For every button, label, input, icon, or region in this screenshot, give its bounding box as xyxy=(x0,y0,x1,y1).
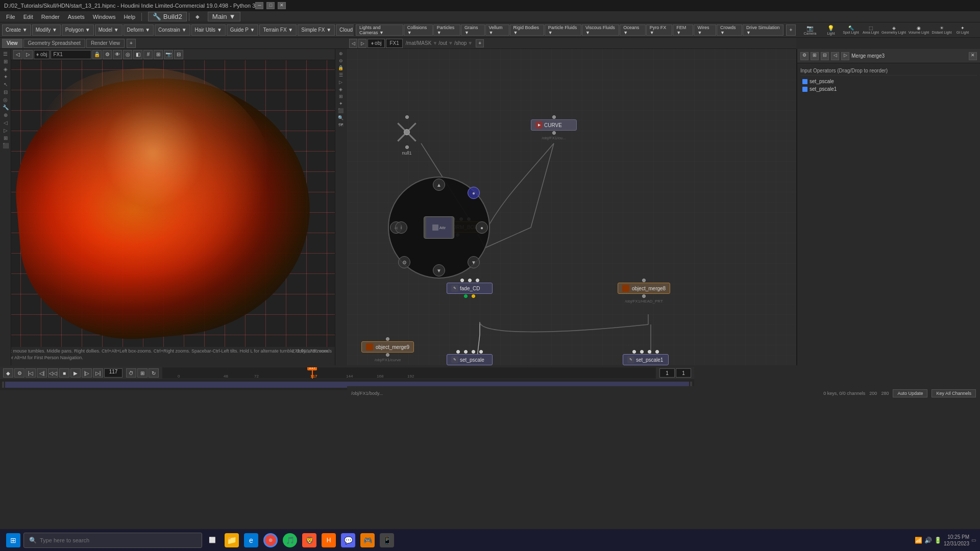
close-button[interactable]: ✕ xyxy=(278,2,286,9)
merge9-body[interactable]: object_merge9 xyxy=(361,341,414,353)
collisions-btn[interactable]: Collisions ▼ xyxy=(404,24,433,36)
sys-battery-icon[interactable]: 🔋 xyxy=(934,537,942,544)
simple-fx-btn[interactable]: Simple FX ▼ xyxy=(298,24,335,36)
vpr-tool-1[interactable]: ⊕ xyxy=(339,51,343,56)
vp-tool-10[interactable]: ◁ xyxy=(4,120,8,126)
vpr-tool-8[interactable]: ✦ xyxy=(339,101,343,106)
vp-tb-grid[interactable]: # xyxy=(143,50,153,59)
win-search-box[interactable]: 🔍 xyxy=(23,533,202,548)
geometry-light-btn[interactable]: ◈ Geometry Light xyxy=(880,26,907,34)
node-curve[interactable]: ▶ CURVE /obj/FX1/cu... xyxy=(531,115,577,140)
ctx-arrow-botleft[interactable]: ⚙ xyxy=(398,256,410,268)
play-back-btn[interactable]: ◁◁ xyxy=(48,368,58,378)
vp-tb-shade[interactable]: ◧ xyxy=(133,50,142,59)
vpr-tool-4[interactable]: ☰ xyxy=(339,72,343,78)
timeline-ruler[interactable]: 0 48 72 117 144 168 192 117 xyxy=(162,367,656,379)
pyro-fx-btn[interactable]: Pyro FX ▼ xyxy=(646,24,673,36)
ng-rh-btn3[interactable]: ⊟ xyxy=(821,52,829,60)
oceans-btn[interactable]: Oceans ▼ xyxy=(620,24,645,36)
vpr-tool-9[interactable]: ⬛ xyxy=(338,108,344,113)
vpr-tool-5[interactable]: ▷ xyxy=(339,80,342,85)
polygon-btn[interactable]: Polygon ▼ xyxy=(62,24,94,36)
range-left-handle[interactable] xyxy=(2,382,4,388)
play-fwd-btn[interactable]: ▶ xyxy=(70,368,81,378)
vp-tool-2[interactable]: ⊞ xyxy=(4,59,8,64)
tab-geometry-spreadsheet[interactable]: Geometry Spreadsheet xyxy=(23,39,85,48)
ctx-arrow-bottom[interactable]: ▼ xyxy=(433,264,445,277)
vp-tb-fwd[interactable]: ▷ xyxy=(23,50,33,59)
merge8-body[interactable]: object_merge8 xyxy=(618,283,670,294)
auto-update-btn[interactable]: Auto Update xyxy=(893,389,927,397)
ng-fwd-btn[interactable]: ▷ xyxy=(358,39,366,48)
ng-rh-btn5[interactable]: ▷ xyxy=(841,52,849,60)
vp-tb-cam[interactable]: 📷 xyxy=(164,50,173,59)
guide-p-btn[interactable]: Guide P ▼ xyxy=(227,24,259,36)
sys-wifi-icon[interactable]: 📶 xyxy=(915,537,922,544)
vp-tool-8[interactable]: 🔧 xyxy=(3,105,9,110)
range-start-input[interactable] xyxy=(659,368,675,378)
files-btn[interactable]: 📱 xyxy=(378,531,396,549)
vp-tb-home[interactable]: ◁ xyxy=(13,50,22,59)
main-button[interactable]: Main ▼ xyxy=(208,12,240,21)
vpr-tool-11[interactable]: 🗺 xyxy=(338,122,343,128)
ng-back-btn[interactable]: ◁ xyxy=(349,39,357,48)
frame-input[interactable]: 117 xyxy=(104,368,122,378)
model-btn[interactable]: Model ▼ xyxy=(95,24,122,36)
spotify-btn[interactable]: 🎵 xyxy=(281,531,299,549)
vpr-tool-10[interactable]: 🔍 xyxy=(338,115,344,120)
sys-volume-icon[interactable]: 🔊 xyxy=(924,537,932,544)
build-button[interactable]: 🔧 Build2 xyxy=(148,12,187,21)
tab-view[interactable]: View xyxy=(2,39,22,48)
vp-tb-expand[interactable]: ⊟ xyxy=(174,50,183,59)
null1-body[interactable] xyxy=(394,119,420,145)
win-search-input[interactable] xyxy=(40,537,197,543)
particle-fluids-btn[interactable]: Particle Fluids ▼ xyxy=(545,24,581,36)
node-fade-cd[interactable]: ✎ fade_CD xyxy=(447,279,493,298)
edge-btn[interactable]: e xyxy=(242,531,260,549)
menu-assets[interactable]: Assets xyxy=(64,13,89,21)
vp-tb-lock[interactable]: 🔒 xyxy=(92,50,102,59)
terrain-fx-btn[interactable]: Terrain FX ▼ xyxy=(259,24,297,36)
vp-tool-11[interactable]: ▷ xyxy=(4,128,8,133)
vp-tool-7[interactable]: ◎ xyxy=(3,97,8,103)
node-set-pscale1[interactable]: ✎ set_pscale1 xyxy=(623,350,669,365)
crowds-btn[interactable]: Crowds ▼ xyxy=(717,24,742,36)
vpr-tool-7[interactable]: ⊞ xyxy=(339,94,343,99)
step-fwd-btn[interactable]: ▷| xyxy=(93,368,103,378)
modify-btn[interactable]: Modify ▼ xyxy=(32,24,61,36)
deform-btn[interactable]: Deform ▼ xyxy=(124,24,154,36)
volume-light-btn[interactable]: ◉ Volume Light xyxy=(908,26,930,34)
vp-tool-4[interactable]: ✦ xyxy=(4,74,8,80)
vp-tb-settings[interactable]: ⚙ xyxy=(103,50,112,59)
grains-btn[interactable]: Grains ▼ xyxy=(461,24,485,36)
vp-tool-1[interactable]: ☰ xyxy=(3,51,8,57)
vp-tool-13[interactable]: ⬛ xyxy=(3,143,9,148)
add-lights-btn[interactable]: + xyxy=(786,24,796,36)
vp-tb-render[interactable]: ◎ xyxy=(123,50,132,59)
stop-btn[interactable]: ■ xyxy=(59,368,69,378)
ng-obj-selector[interactable]: ♦ obj xyxy=(368,39,385,48)
pscale1-body[interactable]: ✎ set_pscale1 xyxy=(623,354,669,365)
lights-cameras-btn[interactable]: Lights and Cameras ▼ xyxy=(356,24,403,36)
loop-btn[interactable]: ↻ xyxy=(149,368,159,378)
vp-obj-selector[interactable]: ♦ obj xyxy=(34,50,50,59)
light-tool-btn[interactable]: 💡 Light xyxy=(822,25,840,35)
vp-tool-9[interactable]: ⊕ xyxy=(4,112,8,118)
vp-fx1-input[interactable]: FX1 xyxy=(51,50,91,59)
vp-tool-6[interactable]: ⊟ xyxy=(4,89,8,95)
discord-btn[interactable]: 💬 xyxy=(339,531,357,549)
task-view-btn[interactable]: ⬜ xyxy=(203,531,222,549)
menu-help[interactable]: Help xyxy=(119,13,139,21)
ng-rh-btn4[interactable]: ◁ xyxy=(831,52,839,60)
maximize-button[interactable]: □ xyxy=(266,2,275,9)
blender-btn[interactable]: 🎮 xyxy=(358,531,377,549)
wires-btn[interactable]: Wires ▼ xyxy=(694,24,716,36)
range-end-input[interactable] xyxy=(676,368,691,378)
show-desktop-btn[interactable]: ▭ xyxy=(971,537,976,543)
ctx-arrow-botright[interactable]: ▼ xyxy=(468,256,480,268)
brave-btn[interactable]: 🦁 xyxy=(300,531,318,549)
minimize-button[interactable]: ─ xyxy=(255,2,263,9)
ng-rh-btn2[interactable]: ⊞ xyxy=(811,52,819,60)
ctx-arrow-top[interactable]: ▲ xyxy=(433,179,445,191)
step-back-btn[interactable]: |◁ xyxy=(26,368,36,378)
